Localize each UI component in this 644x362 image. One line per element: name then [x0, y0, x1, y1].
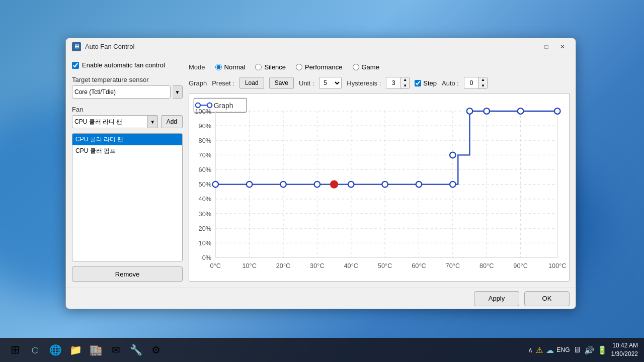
- svg-point-50: [247, 182, 253, 188]
- start-button[interactable]: ⊞: [6, 341, 24, 359]
- graph-controls: Graph Preset : Load Save Unit : 5 Hyster…: [189, 77, 570, 89]
- svg-point-49: [212, 182, 218, 188]
- auto-up[interactable]: ▲: [479, 77, 487, 83]
- load-button[interactable]: Load: [239, 77, 264, 89]
- svg-text:60°C: 60°C: [412, 262, 426, 269]
- target-temp-label: Target temperature sensor: [72, 76, 183, 83]
- svg-point-2: [196, 103, 200, 108]
- target-temp-select-row: Core (Tctl/Tdie) ▼: [72, 85, 183, 99]
- svg-point-61: [518, 108, 524, 114]
- speaker-icon: 🔊: [584, 345, 594, 355]
- add-fan-button[interactable]: Add: [161, 115, 183, 128]
- step-label: Step: [423, 79, 437, 87]
- svg-point-56: [416, 182, 422, 188]
- language-label: ENG: [557, 346, 570, 353]
- step-checkbox-row[interactable]: Step: [415, 79, 437, 87]
- right-panel: Mode Normal Silence Performance Game: [189, 61, 570, 282]
- save-button[interactable]: Save: [269, 77, 294, 89]
- hysteresis-label: Hysteresis :: [347, 79, 381, 87]
- warning-icon: ⚠: [536, 345, 543, 355]
- svg-text:20%: 20%: [199, 225, 212, 232]
- svg-text:Graph: Graph: [214, 102, 233, 110]
- svg-point-52: [314, 182, 320, 188]
- title-bar: ⊞ Auto Fan Control – □ ✕: [66, 38, 576, 55]
- fan-label: Fan: [72, 106, 183, 113]
- close-button[interactable]: ✕: [555, 41, 570, 52]
- svg-text:40°C: 40°C: [344, 262, 358, 269]
- step-checkbox[interactable]: [415, 80, 421, 86]
- auto-spinbox: ▲ ▼: [464, 77, 488, 89]
- svg-point-54: [348, 182, 354, 188]
- edge-icon[interactable]: 🌐: [46, 341, 64, 359]
- mode-performance[interactable]: Performance: [296, 63, 342, 71]
- fan-dropdown-row: CPU 쿨러 라디 팬 ▼ Add: [72, 115, 183, 128]
- mode-normal-label: Normal: [224, 63, 246, 71]
- mode-normal[interactable]: Normal: [215, 63, 246, 71]
- fan-list-item[interactable]: CPU 쿨러 펌프: [72, 145, 182, 157]
- auto-value[interactable]: [464, 77, 478, 88]
- ok-button[interactable]: OK: [524, 291, 570, 306]
- svg-text:20°C: 20°C: [276, 262, 291, 269]
- fan-select-arrow[interactable]: ▼: [148, 115, 158, 128]
- target-temp-arrow[interactable]: ▼: [173, 85, 183, 99]
- svg-point-53: [331, 181, 338, 188]
- svg-text:80°C: 80°C: [479, 262, 494, 269]
- chevron-up-icon[interactable]: ∧: [528, 346, 533, 354]
- window-controls: – □ ✕: [523, 41, 570, 52]
- remove-fan-button[interactable]: Remove: [72, 266, 183, 282]
- minimize-button[interactable]: –: [523, 41, 537, 52]
- hysteresis-value[interactable]: [386, 77, 400, 88]
- svg-text:30%: 30%: [199, 210, 212, 218]
- svg-text:70°C: 70°C: [446, 262, 460, 269]
- unit-select[interactable]: 5: [319, 77, 342, 89]
- search-button[interactable]: ⬡: [26, 341, 44, 359]
- svg-text:90%: 90%: [199, 122, 212, 130]
- time-display: 10:42 AM: [611, 341, 638, 350]
- target-temp-section: Target temperature sensor Core (Tctl/Tdi…: [72, 74, 183, 99]
- files-icon[interactable]: 📁: [66, 341, 85, 359]
- fan-section: Fan CPU 쿨러 라디 팬 ▼ Add: [72, 104, 183, 128]
- mode-game-label: Game: [362, 63, 379, 71]
- svg-point-51: [280, 182, 286, 188]
- mode-silence[interactable]: Silence: [255, 63, 286, 71]
- graph-container[interactable]: Graph: [189, 93, 570, 282]
- apply-button[interactable]: Apply: [474, 291, 519, 306]
- mode-game[interactable]: Game: [353, 63, 379, 71]
- svg-point-58: [450, 152, 456, 158]
- left-panel: Enable automatic fan control Target temp…: [72, 61, 183, 282]
- svg-point-62: [554, 108, 560, 114]
- target-temp-select[interactable]: Core (Tctl/Tdie): [72, 85, 171, 99]
- svg-text:80%: 80%: [199, 137, 212, 144]
- store-icon[interactable]: 🏬: [87, 341, 105, 359]
- unit-label: Unit :: [299, 79, 314, 87]
- battery-icon: 🔋: [597, 345, 607, 355]
- svg-point-55: [382, 182, 388, 188]
- cloud-icon: ☁: [546, 345, 554, 355]
- svg-text:0%: 0%: [202, 254, 211, 261]
- taskbar-time[interactable]: 10:42 AM 1/30/2022: [611, 341, 638, 358]
- svg-text:50°C: 50°C: [378, 262, 392, 269]
- enable-fan-control-label: Enable automatic fan control: [82, 61, 165, 69]
- fan-select-wrap: CPU 쿨러 라디 팬 ▼: [72, 115, 158, 128]
- svg-text:70%: 70%: [199, 151, 212, 159]
- svg-point-57: [450, 182, 456, 188]
- mode-section: Mode Normal Silence Performance Game: [189, 61, 570, 73]
- settings-icon[interactable]: ⚙: [147, 341, 165, 359]
- taskbar: ⊞ ⬡ 🌐 📁 🏬 ✉ 🔧 ⚙ ∧ ⚠ ☁ ENG 🖥 🔊 🔋 10:42 AM…: [0, 338, 644, 362]
- svg-text:40%: 40%: [199, 195, 212, 203]
- tools-icon[interactable]: 🔧: [127, 341, 145, 359]
- svg-text:60%: 60%: [199, 166, 212, 173]
- svg-text:30°C: 30°C: [310, 262, 325, 269]
- mail-icon[interactable]: ✉: [107, 341, 125, 359]
- mode-label: Mode: [189, 63, 205, 71]
- fan-select[interactable]: CPU 쿨러 라디 팬: [72, 115, 148, 128]
- hysteresis-down[interactable]: ▼: [401, 83, 409, 89]
- svg-text:100°C: 100°C: [548, 262, 567, 269]
- auto-down[interactable]: ▼: [479, 83, 487, 89]
- enable-fan-control-checkbox[interactable]: [72, 62, 79, 69]
- graph-svg: Graph: [189, 94, 569, 281]
- fan-list-item[interactable]: CPU 쿨러 라디 팬: [72, 134, 182, 145]
- hysteresis-up[interactable]: ▲: [401, 77, 409, 83]
- dialog-footer: Apply OK: [66, 288, 576, 309]
- maximize-button[interactable]: □: [539, 41, 553, 52]
